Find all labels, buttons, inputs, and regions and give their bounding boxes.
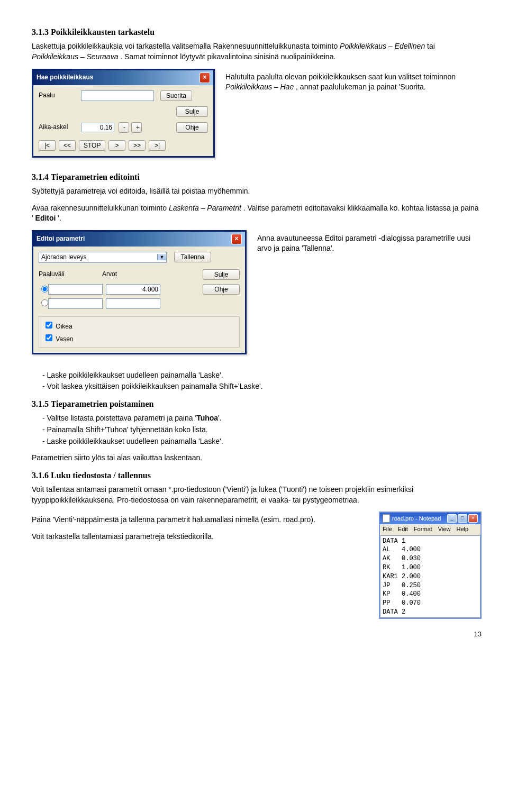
paaluvali-input-2[interactable] [48, 298, 103, 309]
parameter-combo[interactable]: Ajoradan leveys ▼ [39, 252, 167, 263]
checkbox-vasen[interactable] [46, 334, 52, 341]
dialog-title: Hae poikkileikkaus [37, 73, 93, 82]
minimize-icon[interactable]: _ [447, 514, 457, 523]
list-item: Voit laskea yksittäisen poikkileikkaukse… [42, 381, 482, 392]
radio-row1[interactable] [41, 286, 48, 293]
notepad-window: road.pro - Notepad _ □ × File Edit Forma… [379, 512, 482, 618]
text-italic: Poikkileikkaus – Seuraava [32, 52, 118, 61]
nav-first-button[interactable]: |< [39, 140, 56, 151]
label-vasen: Vasen [56, 335, 73, 343]
label-oikea: Oikea [56, 323, 72, 330]
text: Valitse listasta poistettava parametri j… [47, 414, 197, 422]
text: tai [427, 42, 435, 50]
para-316-3: Voit tarkastella tallentamiasi parametre… [32, 532, 368, 542]
titlebar: Editoi parametri × [33, 232, 245, 247]
para-313-2: Halutulta paalulta olevan poikkileikkauk… [225, 72, 482, 93]
page-number: 13 [32, 629, 482, 639]
text: Halutulta paalulta olevan poikkileikkauk… [225, 72, 456, 81]
para-314-1: Syötettyjä parametreja voi editoida, lis… [32, 186, 482, 197]
para-313-1: Laskettuja poikkileikkauksia voi tarkast… [32, 41, 482, 62]
text-italic: Laskenta – Parametrit [169, 204, 241, 212]
ohje-button[interactable]: Ohje [203, 284, 240, 295]
paalu-input[interactable] [81, 90, 154, 101]
text: Avaa rakennesuunnitteluikkunan toiminto [32, 204, 169, 212]
ohje-button[interactable]: Ohje [176, 122, 208, 133]
menu-format[interactable]: Format [414, 526, 432, 532]
maximize-icon[interactable]: □ [458, 514, 467, 523]
notepad-titlebar: road.pro - Notepad _ □ × [380, 513, 480, 524]
para-316-2: Paina 'Vienti'-näppäimestä ja tallenna p… [32, 515, 368, 525]
text-bold: Editoi [35, 214, 56, 222]
paaluvali-input-1[interactable] [48, 284, 103, 295]
document-icon [383, 514, 390, 523]
sulje-button[interactable]: Sulje [176, 106, 208, 117]
plus-button[interactable]: + [131, 122, 142, 133]
menu-view[interactable]: View [438, 526, 451, 532]
text: Laskettuja poikkileikkauksia voi tarkast… [32, 42, 340, 50]
titlebar: Hae poikkileikkaus × [33, 70, 213, 85]
combo-value: Ajoradan leveys [39, 252, 157, 262]
nav-last-button[interactable]: >| [149, 140, 166, 151]
list-item: Laske poikkileikkaukset uudelleen painam… [42, 370, 482, 381]
heading-316: 3.1.6 Luku tiedostosta / tallennus [32, 470, 482, 481]
text-italic: Poikkileikkaus – Edellinen [340, 42, 425, 50]
text: , annat paalulukeman ja painat 'Suorita. [296, 83, 426, 91]
heading-314: 3.1.4 Tieparametrien editointi [32, 171, 482, 183]
list-item: Painamalla Shift+'Tuhoa' tyhjennetään ko… [42, 425, 482, 435]
bullet-list-2: Valitse listasta poistettava parametri j… [32, 413, 482, 446]
notepad-menu: File Edit Format View Help [380, 524, 480, 535]
text: '. [218, 414, 222, 422]
text: '. [58, 214, 61, 222]
text-bold: Tuhoa [196, 414, 218, 422]
menu-help[interactable]: Help [456, 526, 468, 532]
list-item: Laske poikkileikkaukset uudelleen painam… [42, 436, 482, 447]
label-aika: Aika-askel [39, 123, 81, 132]
chevron-down-icon: ▼ [157, 254, 166, 261]
bullet-list-1: Laske poikkileikkaukset uudelleen painam… [32, 370, 482, 392]
label-arvot: Arvot [102, 270, 166, 279]
menu-edit[interactable]: Edit [398, 526, 408, 532]
close-icon[interactable]: × [231, 234, 242, 244]
dialog-editoi-parametri: Editoi parametri × Ajoradan leveys ▼ Tal… [32, 230, 247, 354]
para-siirto: Parametrien siirto ylös tai alas vaikutt… [32, 453, 482, 463]
text: . Samat toiminnot löytyvät pikavalintoin… [120, 52, 335, 61]
label-paalu: Paalu [39, 91, 81, 100]
nav-play-button[interactable]: > [108, 140, 125, 151]
text-italic: Poikkileikkaus – Hae [225, 83, 294, 91]
label-paaluvali: Paaluväli [39, 270, 102, 279]
heading-315: 3.1.5 Tieparametrien poistaminen [32, 398, 482, 410]
tallenna-button[interactable]: Tallenna [174, 252, 211, 262]
para-314-2: Avaa rakennesuunnitteluikkunan toiminto … [32, 203, 482, 224]
close-icon[interactable]: × [468, 514, 478, 523]
suorita-button[interactable]: Suorita [160, 90, 192, 101]
checkbox-oikea[interactable] [46, 322, 52, 329]
nav-fwd-button[interactable]: >> [129, 140, 146, 151]
aika-input[interactable] [81, 123, 114, 132]
dialog-title: Editoi parametri [37, 234, 85, 243]
para-316-1: Voit tallentaa antamasi parametrit omaan… [32, 485, 482, 505]
notepad-body[interactable]: DATA 1 AL 4.000 AK 0.030 RK 1.000 KAR1 2… [380, 535, 480, 618]
nav-prev-button[interactable]: << [59, 140, 76, 151]
arvot-input-2[interactable] [106, 298, 160, 309]
arvot-input-1[interactable] [106, 284, 160, 295]
minus-button[interactable]: - [119, 122, 129, 133]
dialog-hae-poikkileikkaus: Hae poikkileikkaus × Paalu Suorita Sulje… [32, 69, 215, 158]
menu-file[interactable]: File [383, 526, 392, 532]
close-icon[interactable]: × [199, 72, 210, 83]
nav-stop-button[interactable]: STOP [79, 140, 105, 151]
para-314-3: Anna avautuneessa Editoi parametri -dial… [257, 233, 482, 254]
radio-row2[interactable] [41, 299, 48, 306]
heading-313: 3.1.3 Poikkileikkausten tarkastelu [32, 26, 482, 38]
sulje-button[interactable]: Sulje [203, 269, 240, 280]
notepad-title: road.pro - Notepad [392, 515, 441, 523]
list-item: Valitse listasta poistettava parametri j… [42, 413, 482, 424]
